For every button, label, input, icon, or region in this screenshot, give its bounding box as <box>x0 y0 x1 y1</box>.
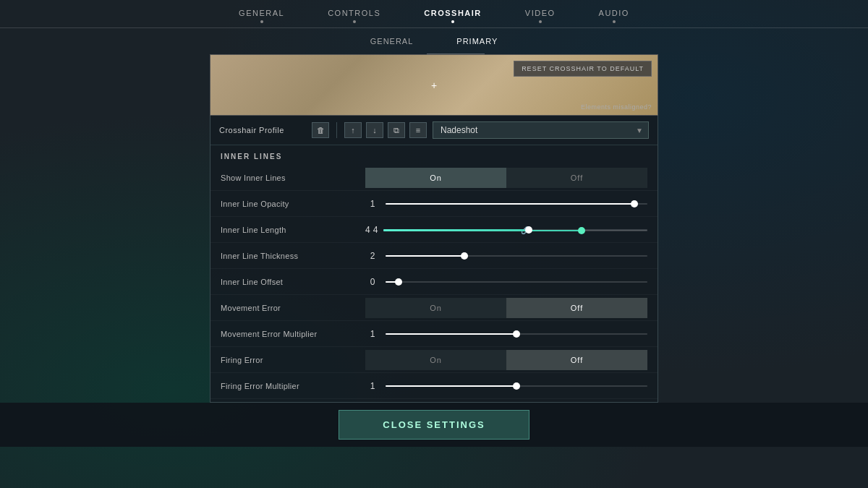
inner-lines-header: INNER LINES <box>210 145 658 165</box>
inner-line-length-val1: 4 <box>365 225 370 235</box>
setting-show-inner-lines: Show Inner Lines On Off <box>210 165 658 191</box>
misaligned-label: Elements misaligned? <box>581 103 652 111</box>
nav-crosshair-dot <box>451 20 454 23</box>
firing-error-on[interactable]: On <box>365 350 506 370</box>
opacity-thumb <box>631 200 638 207</box>
me-mult-track <box>386 333 647 335</box>
nav-video[interactable]: VIDEO <box>525 9 556 23</box>
firing-error-off[interactable]: Off <box>506 350 647 370</box>
profile-upload-button[interactable]: ↑ <box>344 122 362 138</box>
nav-crosshair-label: CROSSHAIR <box>424 9 482 17</box>
length-track2 <box>383 230 647 231</box>
thickness-track <box>386 255 647 257</box>
reset-crosshair-button[interactable]: RESET CROSSHAIR TO DEFAULT <box>514 61 652 77</box>
inner-line-length-values: 4 4 <box>365 225 378 235</box>
top-navigation: GENERAL CONTROLS CROSSHAIR VIDEO AUDIO <box>0 0 868 28</box>
fe-mult-thumb <box>513 382 520 390</box>
nav-video-label: VIDEO <box>525 9 556 17</box>
setting-inner-line-length: Inner Line Length 4 4 🔗 <box>210 217 658 243</box>
show-inner-lines-off[interactable]: Off <box>506 168 647 188</box>
inner-line-length-slider[interactable]: 🔗 <box>383 220 647 240</box>
firing-error-multiplier-slider[interactable] <box>386 376 647 396</box>
profile-menu-button[interactable]: ≡ <box>409 122 427 138</box>
nav-crosshair[interactable]: CROSSHAIR <box>424 9 482 23</box>
profile-copy-button[interactable]: ⧉ <box>388 122 405 138</box>
close-settings-button[interactable]: CLOSE SETTINGS <box>339 410 529 440</box>
setting-firing-error-multiplier: Firing Error Multiplier 1 <box>210 373 658 399</box>
nav-general[interactable]: GENERAL <box>239 9 284 23</box>
nav-general-label: GENERAL <box>239 9 284 17</box>
show-inner-lines-on[interactable]: On <box>365 168 506 188</box>
sub-navigation: GENERAL PRIMARY <box>0 28 868 54</box>
setting-movement-error-multiplier: Movement Error Multiplier 1 <box>210 321 658 347</box>
offset-track <box>386 281 647 283</box>
fe-mult-track <box>386 385 647 387</box>
settings-scroll-area[interactable]: INNER LINES Show Inner Lines On Off Inne… <box>210 145 658 402</box>
setting-inner-line-length-label: Inner Line Length <box>221 226 365 234</box>
inner-line-length-control: 4 4 🔗 <box>365 220 647 240</box>
firing-error-toggle: On Off <box>365 350 647 370</box>
outer-lines-header: OUTER LINES <box>210 399 658 402</box>
me-mult-fill <box>386 333 516 335</box>
crosshair-preview: + RESET CROSSHAIR TO DEFAULT Elements mi… <box>210 54 658 116</box>
firing-error-multiplier-control: 1 <box>365 376 647 396</box>
inner-line-offset-control: 0 <box>365 272 647 292</box>
inner-line-length-val2: 4 <box>373 225 378 235</box>
setting-show-inner-lines-label: Show Inner Lines <box>221 174 365 182</box>
profile-label: Crosshair Profile <box>219 126 306 134</box>
settings-panel: Crosshair Profile 🗑 ↑ ↓ ⧉ ≡ Nadeshot ▼ I… <box>210 116 658 403</box>
inner-line-opacity-slider[interactable] <box>386 194 647 214</box>
setting-inner-line-thickness: Inner Line Thickness 2 <box>210 243 658 269</box>
nav-general-dot <box>260 20 263 23</box>
movement-error-multiplier-slider[interactable] <box>386 324 647 344</box>
setting-firing-error: Firing Error On Off <box>210 347 658 373</box>
opacity-fill <box>386 203 634 205</box>
setting-movement-error-label: Movement Error <box>221 304 365 312</box>
firing-error-control: On Off <box>365 350 647 370</box>
length-fill2 <box>383 230 581 231</box>
movement-error-toggle: On Off <box>365 298 647 318</box>
inner-line-thickness-slider[interactable] <box>386 246 647 266</box>
profile-delete-button[interactable]: 🗑 <box>312 122 329 138</box>
profile-icon-group: 🗑 ↑ ↓ ⧉ ≡ <box>312 122 427 138</box>
nav-audio-label: AUDIO <box>599 9 629 17</box>
profile-select-wrapper: Nadeshot ▼ <box>433 121 649 139</box>
movement-error-multiplier-value: 1 <box>365 329 380 339</box>
nav-controls-dot <box>353 20 356 23</box>
me-mult-thumb <box>513 330 520 338</box>
crosshair-center: + <box>431 80 437 91</box>
setting-movement-error: Movement Error On Off <box>210 295 658 321</box>
nav-controls-label: CONTROLS <box>328 9 380 17</box>
profile-download-button[interactable]: ↓ <box>366 122 383 138</box>
movement-error-multiplier-control: 1 <box>365 324 647 344</box>
setting-inner-line-thickness-label: Inner Line Thickness <box>221 252 365 260</box>
inner-line-opacity-value: 1 <box>365 199 380 209</box>
thickness-thumb <box>461 252 468 260</box>
outer-lines-section: OUTER LINES <box>210 399 658 402</box>
opacity-track <box>386 203 647 205</box>
profile-bar: Crosshair Profile 🗑 ↑ ↓ ⧉ ≡ Nadeshot ▼ <box>210 116 658 145</box>
inner-line-opacity-control: 1 <box>365 194 647 214</box>
nav-audio-dot <box>613 20 616 23</box>
nav-controls[interactable]: CONTROLS <box>328 9 380 23</box>
inner-line-thickness-value: 2 <box>365 251 380 261</box>
setting-inner-line-opacity: Inner Line Opacity 1 <box>210 191 658 217</box>
setting-inner-line-offset: Inner Line Offset 0 <box>210 269 658 295</box>
show-inner-lines-control: On Off <box>365 168 647 188</box>
subnav-general[interactable]: GENERAL <box>349 34 435 48</box>
movement-error-on[interactable]: On <box>365 298 506 318</box>
length-thumb2 <box>578 227 585 234</box>
movement-error-control: On Off <box>365 298 647 318</box>
setting-inner-line-offset-label: Inner Line Offset <box>221 278 365 286</box>
setting-movement-error-multiplier-label: Movement Error Multiplier <box>221 330 365 338</box>
nav-video-dot <box>539 20 542 23</box>
thickness-fill <box>386 255 464 257</box>
profile-select[interactable]: Nadeshot <box>433 121 649 139</box>
subnav-primary[interactable]: PRIMARY <box>435 34 519 48</box>
fe-mult-fill <box>386 385 516 387</box>
length-thumb1 <box>525 226 532 234</box>
nav-audio[interactable]: AUDIO <box>599 9 629 23</box>
movement-error-off[interactable]: Off <box>506 298 647 318</box>
inner-line-offset-slider[interactable] <box>386 272 647 292</box>
setting-firing-error-label: Firing Error <box>221 356 365 364</box>
